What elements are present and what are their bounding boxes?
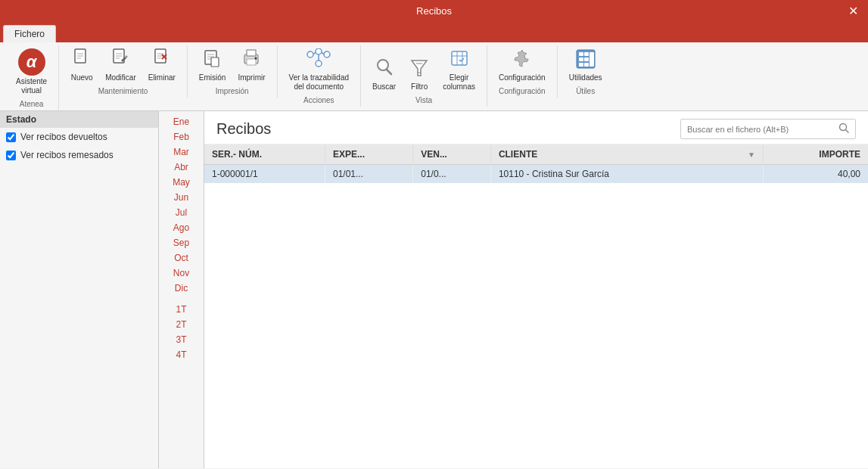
svg-point-23 [307,51,313,57]
asistente-virtual-button[interactable]: α Asistentevirtual [11,45,52,98]
table-container: SER.- NÚM. EXPE... VEN... CLIENTE ▼ IMPO… [204,144,868,468]
cell-expe: 01/01... [325,165,412,184]
asistente-virtual-label: Asistentevirtual [16,77,47,95]
sidebar: Estado Ver recibos devueltos Ver recibos… [0,111,159,468]
month-panel: Ene Feb Mar Abr May Jun Jul Ago Sep Oct … [159,111,204,468]
ver-devueltos-label: Ver recibos devueltos [20,132,107,142]
trazabilidad-icon [306,48,331,72]
month-1t[interactable]: 1T [159,302,204,317]
search-box[interactable] [680,119,856,139]
svg-point-24 [316,48,322,54]
svg-line-31 [387,70,391,74]
nuevo-label: Nuevo [71,73,93,82]
buscar-button[interactable]: Buscar [367,54,401,95]
buscar-label: Buscar [372,82,396,92]
search-button[interactable] [832,120,855,138]
month-ago[interactable]: Ago [159,220,204,235]
ribbon: α Asistentevirtual Atenea Nuevo Modifica… [0,42,868,111]
svg-point-26 [316,61,322,67]
svg-rect-18 [211,57,219,67]
estado-label: Estado [0,111,158,128]
window-title: Recibos [416,5,452,17]
modificar-label: Modificar [105,73,136,82]
month-may[interactable]: May [159,175,204,190]
svg-rect-21 [247,59,256,65]
imprimir-icon [242,48,260,72]
svg-marker-32 [412,61,427,76]
svg-rect-47 [590,52,594,67]
month-nov[interactable]: Nov [159,266,204,281]
configuracion-button[interactable]: Configuración [493,45,551,85]
ribbon-group-configuracion: Configuración Configuración [487,45,558,98]
month-mar[interactable]: Mar [159,144,204,160]
imprimir-label: Imprimir [238,73,265,82]
ribbon-group-acciones-label: Acciones [303,96,334,107]
svg-rect-43 [579,57,583,61]
eliminar-icon [153,48,171,72]
elegir-columnas-icon [450,48,468,72]
imprimir-button[interactable]: Imprimir [232,45,270,85]
month-sep[interactable]: Sep [159,235,204,250]
filtro-button[interactable]: Filtro [403,54,436,95]
cliente-dropdown-arrow[interactable]: ▼ [748,151,755,159]
ver-remesados-checkbox[interactable] [6,151,16,160]
svg-point-25 [324,51,330,57]
month-jul[interactable]: Jul [159,205,204,220]
ver-devueltos-item[interactable]: Ver recibos devueltos [0,128,158,146]
ver-devueltos-checkbox[interactable] [6,132,16,142]
ribbon-group-vista: Buscar Filtro Elegir columnas Vista [361,45,487,107]
utilidades-label: Utilidades [569,73,602,82]
col-importe[interactable]: IMPORTE [763,144,868,165]
close-button[interactable]: ✕ [838,0,868,21]
title-bar: Recibos ✕ [0,0,868,21]
utilidades-icon [575,48,596,72]
utilidades-button[interactable]: Utilidades [564,45,608,85]
atenea-icon: α [18,48,45,76]
month-feb[interactable]: Feb [159,129,204,144]
eliminar-button[interactable]: Eliminar [143,45,181,85]
elegir-columnas-button[interactable]: Elegir columnas [437,45,481,95]
col-ser-num[interactable]: SER.- NÚM. [204,144,325,165]
month-3t[interactable]: 3T [159,332,204,347]
month-oct[interactable]: Oct [159,250,204,266]
ribbon-group-mantenimiento-label: Mantenimiento [98,87,148,98]
svg-line-27 [313,52,316,54]
col-cliente[interactable]: CLIENTE ▼ [490,144,763,165]
cell-cliente: 10110 - Cristina Sur García [490,165,763,184]
month-2t[interactable]: 2T [159,317,204,332]
svg-line-28 [322,52,324,54]
col-ven[interactable]: VEN... [413,144,491,165]
ribbon-group-impresion-label: Impresión [216,87,249,98]
eliminar-label: Eliminar [148,73,176,82]
configuracion-label: Configuración [499,73,546,82]
svg-rect-42 [584,52,589,56]
svg-rect-20 [247,50,256,56]
ribbon-group-atenea: α Asistentevirtual Atenea [5,45,59,110]
search-input[interactable] [681,122,832,137]
tab-bar: Fichero [0,21,868,42]
nuevo-button[interactable]: Nuevo [65,45,98,85]
month-ene[interactable]: Ene [159,114,204,129]
month-jun[interactable]: Jun [159,190,204,205]
table-header: SER.- NÚM. EXPE... VEN... CLIENTE ▼ IMPO… [204,144,868,165]
modificar-button[interactable]: Modificar [100,45,142,85]
month-abr[interactable]: Abr [159,160,204,175]
page-title: Recibos [216,120,271,138]
trazabilidad-button[interactable]: Ver la trazabilidad del documento [284,45,355,95]
trazabilidad-label: Ver la trazabilidad del documento [289,73,350,92]
month-dic[interactable]: Dic [159,281,204,296]
ver-remesados-item[interactable]: Ver recibos remesados [0,146,158,164]
ribbon-group-atenea-label: Atenea [20,100,44,110]
col-expe[interactable]: EXPE... [325,144,412,165]
svg-point-48 [840,124,847,131]
main-content: Recibos SER.- NÚM. EXPE... VEN... [204,111,868,468]
month-4t[interactable]: 4T [159,347,204,362]
table-body: 1-000001/1 01/01... 01/0... 10110 - Cris… [204,165,868,184]
tab-fichero[interactable]: Fichero [3,25,56,42]
ribbon-group-configuracion-label: Configuración [499,87,546,98]
configuracion-icon [512,48,533,72]
cell-ven: 01/0... [413,165,491,184]
emision-button[interactable]: Emisión [194,45,232,85]
table-row[interactable]: 1-000001/1 01/01... 01/0... 10110 - Cris… [204,165,868,184]
cell-ser-num: 1-000001/1 [204,165,325,184]
